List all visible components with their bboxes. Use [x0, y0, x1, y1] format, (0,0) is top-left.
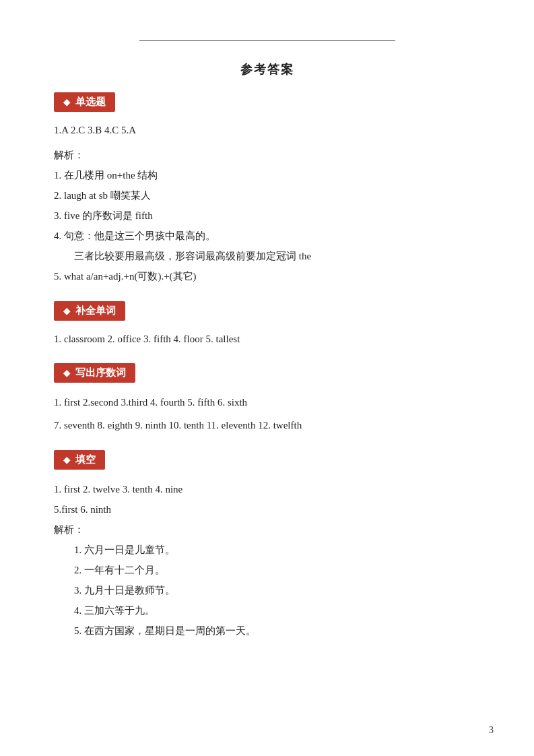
tiankong-line1: 1. first 2. twelve 3. tenth 4. nine	[54, 479, 480, 499]
analysis-item-4: 4. 句意：他是这三个男孩中最高的。	[54, 226, 480, 246]
page-title: 参考答案	[54, 61, 480, 77]
tiankong-analysis-4: 4. 三加六等于九。	[54, 600, 480, 621]
ordinals-body: 1. first 2.second 3.third 4. fourth 5. f…	[54, 392, 480, 435]
tiankong-analysis-3: 3. 九月十日是教师节。	[54, 580, 480, 600]
section-write-ordinals: ◆ 写出序数词 1. first 2.second 3.third 4. fou…	[54, 363, 480, 435]
diamond-icon: ◆	[63, 97, 70, 108]
section-header-fill-words: ◆ 补全单词	[54, 301, 125, 321]
analysis-label: 解析：	[54, 150, 84, 160]
diamond-icon-4: ◆	[63, 455, 70, 466]
single-choice-body: 1.A 2.C 3.B 4.C 5.A 解析： 1. 在几楼用 on+the 结…	[54, 121, 480, 286]
section-tian-kong: ◆ 填空 1. first 2. twelve 3. tenth 4. nine…	[54, 450, 480, 641]
tiankong-analysis-label: 解析：	[54, 524, 84, 535]
single-choice-answers: 1.A 2.C 3.B 4.C 5.A	[54, 121, 480, 139]
analysis-item-4b: 三者比较要用最高级，形容词最高级前要加定冠词 the	[54, 246, 480, 266]
tiankong-analysis-2: 2. 一年有十二个月。	[54, 560, 480, 580]
tiankong-analysis-5: 5. 在西方国家，星期日是一周的第一天。	[54, 621, 480, 641]
fill-words-answers: 1. classroom 2. office 3. fifth 4. floor…	[54, 330, 480, 348]
analysis-item-2: 2. laugh at sb 嘲笑某人	[54, 185, 480, 206]
section-fill-words: ◆ 补全单词 1. classroom 2. office 3. fifth 4…	[54, 301, 480, 348]
tiankong-analysis: 解析： 1. 六月一日是儿童节。 2. 一年有十二个月。 3. 九月十日是教师节…	[54, 519, 480, 641]
tiankong-line2: 5.first 6. ninth	[54, 499, 480, 519]
fill-words-body: 1. classroom 2. office 3. fifth 4. floor…	[54, 330, 480, 348]
section-header-single-choice: ◆ 单选题	[54, 92, 115, 112]
section-title-ordinals: 写出序数词	[75, 367, 126, 379]
section-title-tiankong: 填空	[75, 453, 96, 466]
single-choice-analysis: 解析： 1. 在几楼用 on+the 结构 2. laugh at sb 嘲笑某…	[54, 145, 480, 286]
diamond-icon-3: ◆	[63, 368, 70, 379]
analysis-item-3: 3. five 的序数词是 fifth	[54, 206, 480, 226]
section-header-ordinals: ◆ 写出序数词	[54, 363, 135, 383]
tiankong-body: 1. first 2. twelve 3. tenth 4. nine 5.fi…	[54, 479, 480, 641]
analysis-item-5: 5. what a/an+adj.+n(可数).+(其它)	[54, 266, 480, 286]
ordinals-row2: 7. seventh 8. eighth 9. ninth 10. tenth …	[54, 415, 480, 435]
tiankong-answers-1: 1. first 2. twelve 3. tenth 4. nine 5.fi…	[54, 479, 480, 519]
analysis-item-1: 1. 在几楼用 on+the 结构	[54, 165, 480, 185]
section-header-tiankong: ◆ 填空	[54, 450, 105, 470]
section-single-choice: ◆ 单选题 1.A 2.C 3.B 4.C 5.A 解析： 1. 在几楼用 on…	[54, 92, 480, 286]
section-title-fill-words: 补全单词	[75, 305, 116, 317]
page-number: 3	[489, 725, 494, 736]
top-divider	[139, 40, 395, 41]
section-title-single-choice: 单选题	[75, 96, 106, 108]
tiankong-analysis-1: 1. 六月一日是儿童节。	[54, 540, 480, 560]
ordinals-row1: 1. first 2.second 3.third 4. fourth 5. f…	[54, 392, 480, 412]
page: 参考答案 ◆ 单选题 1.A 2.C 3.B 4.C 5.A 解析： 1. 在几…	[0, 0, 534, 756]
diamond-icon-2: ◆	[63, 306, 70, 317]
